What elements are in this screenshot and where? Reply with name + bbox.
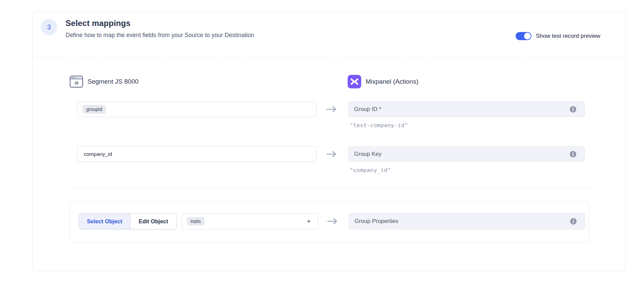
- chevron-down-icon: [307, 221, 311, 223]
- source-header: JS Segment JS 8000: [70, 75, 139, 88]
- mixpanel-icon: [348, 75, 361, 88]
- toggle-knob: [524, 33, 531, 39]
- test-record-preview-value: "test-company-id": [350, 122, 408, 129]
- source-name: Segment JS 8000: [88, 78, 139, 85]
- show-test-record-toggle[interactable]: [516, 32, 531, 40]
- header-divider: [33, 56, 625, 56]
- destination-field-label: Group Key: [354, 151, 381, 158]
- svg-text:JS: JS: [74, 81, 79, 85]
- select-mappings-card: 3 Select mappings Define how to map the …: [32, 11, 626, 271]
- source-field-groupid[interactable]: groupId: [77, 102, 317, 117]
- destination-header: Mixpanel (Actions): [348, 75, 418, 88]
- section-divider: [69, 188, 589, 188]
- destination-field-group-key[interactable]: Group Key: [348, 146, 585, 162]
- test-record-preview-value: "company_id": [350, 167, 391, 173]
- select-object-button[interactable]: Select Object: [79, 214, 130, 229]
- arrow-right-icon: [325, 148, 338, 160]
- page-subtitle: Define how to map the event fields from …: [66, 31, 254, 39]
- destination-field-label: Group Properties: [354, 218, 398, 225]
- destination-field-group-properties[interactable]: Group Properties: [349, 213, 585, 229]
- arrow-right-icon: [325, 103, 338, 115]
- arrow-right-icon: [326, 215, 339, 227]
- page-title: Select mappings: [66, 18, 130, 29]
- info-icon[interactable]: [570, 106, 576, 113]
- destination-name: Mixpanel (Actions): [366, 78, 418, 85]
- page: 3 Select mappings Define how to map the …: [0, 0, 644, 282]
- step-number-badge: 3: [41, 19, 57, 35]
- edit-object-button[interactable]: Edit Object: [130, 214, 176, 229]
- object-mapping-card: Select Object Edit Object traits Group P…: [70, 201, 589, 242]
- object-mode-button-group: Select Object Edit Object: [79, 213, 177, 229]
- source-field-company-id[interactable]: [77, 146, 317, 162]
- destination-field-group-id[interactable]: Group ID *: [348, 102, 585, 117]
- info-icon[interactable]: [570, 218, 577, 225]
- info-icon[interactable]: [570, 151, 576, 158]
- js-browser-icon: JS: [70, 75, 83, 88]
- object-source-dropdown[interactable]: traits: [182, 213, 318, 229]
- toggle-label: Show test record preview: [536, 32, 600, 40]
- destination-field-label: Group ID *: [354, 106, 381, 113]
- dropdown-selected-token[interactable]: traits: [187, 217, 204, 226]
- source-token[interactable]: groupId: [82, 105, 106, 114]
- source-field-input[interactable]: [82, 147, 312, 162]
